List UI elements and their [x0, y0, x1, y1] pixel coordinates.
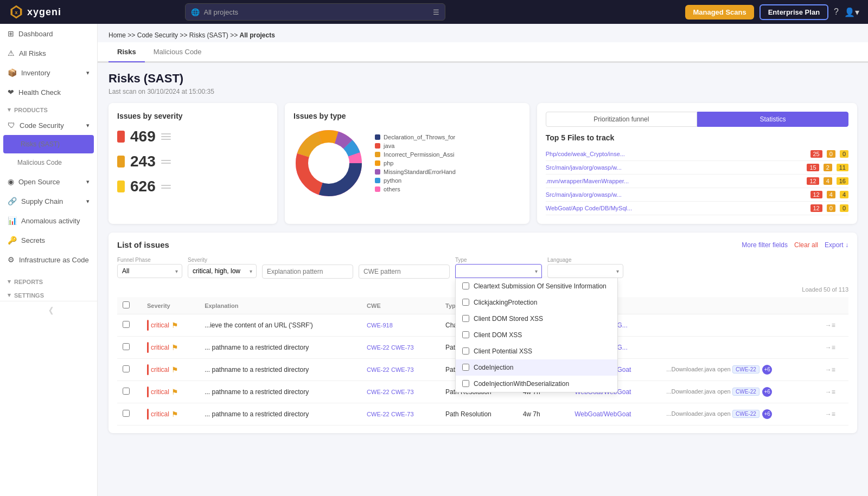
section-arrow-products: ▾ [8, 106, 11, 113]
sidebar-item-all-risks[interactable]: ⚠ All Risks [0, 43, 97, 63]
managed-scans-button[interactable]: Managed Scans [685, 5, 754, 20]
sidebar-label-open-source: Open Source [18, 178, 60, 186]
breadcrumb-code-security[interactable]: Code Security [137, 31, 178, 39]
file-name-2[interactable]: Src/main/java/org/owasp/w... [546, 164, 803, 171]
row5-cwe: CWE-22 CWE-73 [361, 403, 440, 426]
sidebar-item-secrets[interactable]: 🔑 Secrets [0, 230, 97, 250]
more-filter-fields-link[interactable]: More filter fields [742, 241, 788, 249]
severity-select[interactable]: critical, high, low [188, 264, 257, 278]
search-input[interactable] [204, 8, 429, 16]
checkbox-client-potential-xss[interactable] [462, 347, 469, 355]
checkbox-codeinjection-deser[interactable] [462, 380, 469, 387]
tab-statistics[interactable]: Statistics [697, 112, 848, 127]
sidebar-section-reports[interactable]: ▾ REPORTS [0, 274, 97, 287]
dropdown-label-client-dom-xss-stored: Client DOM Stored XSS [474, 315, 543, 323]
cwe-link-r3a[interactable]: CWE-22 [367, 366, 390, 373]
file-name-3[interactable]: .mvn/wrapper/MavenWrapper... [546, 178, 803, 184]
sidebar-item-open-source[interactable]: ◉ Open Source ▾ [0, 172, 97, 191]
sidebar-item-health-check[interactable]: ❤ Health Check [0, 82, 97, 102]
row1-arrow: →≡ [820, 314, 848, 337]
cwe-link-r3b[interactable]: CWE-73 [391, 366, 414, 373]
breadcrumb-home[interactable]: Home [108, 31, 126, 39]
language-select[interactable] [547, 264, 623, 278]
dropdown-client-potential-xss[interactable]: Client Potential XSS [456, 343, 617, 359]
row2-severity: critical ⚑ [142, 337, 199, 359]
type-select[interactable] [455, 264, 542, 278]
cwe-pattern-input[interactable] [359, 265, 450, 279]
search-bar[interactable]: 🌐 ☰ [185, 3, 445, 21]
explanation-filter [262, 256, 353, 279]
row4-arrow-icon[interactable]: →≡ [825, 388, 835, 396]
checkbox-client-dom-xss[interactable] [462, 331, 469, 338]
file-name-1[interactable]: Php/code/weak_Crypto/inse... [546, 151, 806, 157]
enterprise-plan-button[interactable]: Enterprise Plan [760, 4, 828, 20]
file-count-red-3: 12 [807, 177, 819, 185]
page-tabs-container: Risks Malicious Code [98, 42, 868, 63]
funnel-phase-select[interactable]: All [117, 264, 182, 278]
sidebar-item-anomalous-activity[interactable]: 📊 Anomalous activity [0, 211, 97, 230]
explanation-pattern-input[interactable] [262, 265, 353, 279]
cwe-link-r5b[interactable]: CWE-73 [391, 411, 414, 417]
file-name-5[interactable]: WebGoat/App Code/DB/MySql... [546, 205, 806, 211]
main-content: Home >> Code Security >> Risks (SAST) >>… [98, 24, 868, 496]
sidebar-item-dashboard[interactable]: ⊞ Dashboard [0, 24, 97, 43]
row3-cwe: CWE-22 CWE-73 [361, 359, 440, 381]
row2-check[interactable] [123, 343, 130, 350]
cwe-link-r1[interactable]: CWE-918 [367, 322, 393, 328]
row1-arrow-icon[interactable]: →≡ [825, 321, 835, 329]
file-row-1: Php/code/weak_Crypto/inse... 25 0 0 [546, 147, 848, 161]
row3-check[interactable] [123, 365, 130, 372]
row5-check[interactable] [123, 410, 130, 417]
tab-prioritization-funnel[interactable]: Prioritization funnel [546, 112, 697, 127]
checkbox-clickjacking[interactable] [462, 299, 469, 306]
row2-arrow-icon[interactable]: →≡ [825, 344, 835, 351]
export-button[interactable]: Export ↓ [825, 241, 848, 249]
all-risks-icon: ⚠ [8, 49, 15, 57]
cwe-link-r2a[interactable]: CWE-22 [367, 344, 390, 351]
project-link-r5[interactable]: WebGoat/WebGoat [575, 410, 631, 418]
content-inner: Home >> Code Security >> Risks (SAST) >>… [98, 24, 868, 442]
sidebar-item-iac[interactable]: ⚙ Infrastructure as Code [0, 250, 97, 269]
severity-medium: 626 [117, 178, 269, 195]
file-count-red-4: 12 [810, 191, 822, 198]
row3-checkbox [117, 359, 142, 381]
checkbox-codeinjection[interactable] [462, 364, 469, 371]
dropdown-cleartext[interactable]: Cleartext Submission Of Sensitive Inform… [456, 278, 617, 294]
row4-check[interactable] [123, 388, 130, 395]
checkbox-cleartext[interactable] [462, 282, 469, 289]
sidebar-item-inventory[interactable]: 📦 Inventory ▾ [0, 63, 97, 82]
help-icon[interactable]: ? [834, 7, 839, 17]
cwe-link-r4b[interactable]: CWE-73 [391, 389, 414, 395]
dropdown-client-dom-xss-stored[interactable]: Client DOM Stored XSS [456, 311, 617, 327]
row3-arrow-icon[interactable]: →≡ [825, 366, 835, 373]
select-all-checkbox[interactable] [123, 301, 130, 308]
cwe-link-r2b[interactable]: CWE-73 [391, 344, 414, 351]
dropdown-codeinjection[interactable]: CodeInjection [456, 359, 617, 376]
type-filter: Type Cleartext Submission Of Sens [455, 257, 542, 278]
row3-arrow: →≡ [820, 359, 848, 381]
menu-icon[interactable]: ☰ [433, 8, 439, 16]
clear-all-link[interactable]: Clear all [794, 241, 818, 249]
sidebar-collapse-button[interactable]: 《 [0, 301, 97, 321]
row5-extra: ...Downloader.java open CWE-22 +6 [661, 403, 819, 426]
cwe-link-r5a[interactable]: CWE-22 [367, 411, 390, 417]
user-icon[interactable]: 👤▾ [844, 7, 859, 17]
sidebar-item-risks-sast[interactable]: Risks (SAST) [3, 135, 94, 153]
sidebar-item-code-security[interactable]: 🛡 Code Security ▾ [0, 115, 97, 135]
open-source-icon: ◉ [8, 177, 14, 186]
row1-check[interactable] [123, 321, 130, 328]
file-name-4[interactable]: Src/main/java/org/owasp/w... [546, 191, 806, 198]
sidebar-item-supply-chain[interactable]: 🔗 Supply Chain ▾ [0, 191, 97, 211]
checkbox-client-dom-xss-stored[interactable] [462, 315, 469, 322]
sidebar-section-settings[interactable]: ▾ SETTINGS [0, 287, 97, 301]
breadcrumb-risks-sast[interactable]: Risks (SAST) [189, 31, 228, 39]
tab-risks[interactable]: Risks [108, 42, 145, 62]
dropdown-codeinjection-deser[interactable]: CodeInjectionWithDeserialization [456, 376, 617, 392]
sidebar-section-products[interactable]: ▾ PRODUCTS [0, 102, 97, 115]
row5-arrow-icon[interactable]: →≡ [825, 410, 835, 418]
sidebar-item-malicious-code[interactable]: Malicious Code [0, 153, 97, 172]
dropdown-client-dom-xss[interactable]: Client DOM XSS [456, 327, 617, 343]
tab-malicious-code[interactable]: Malicious Code [145, 42, 210, 62]
cwe-link-r4a[interactable]: CWE-22 [367, 389, 390, 395]
dropdown-clickjacking[interactable]: ClickjackingProtection [456, 294, 617, 311]
